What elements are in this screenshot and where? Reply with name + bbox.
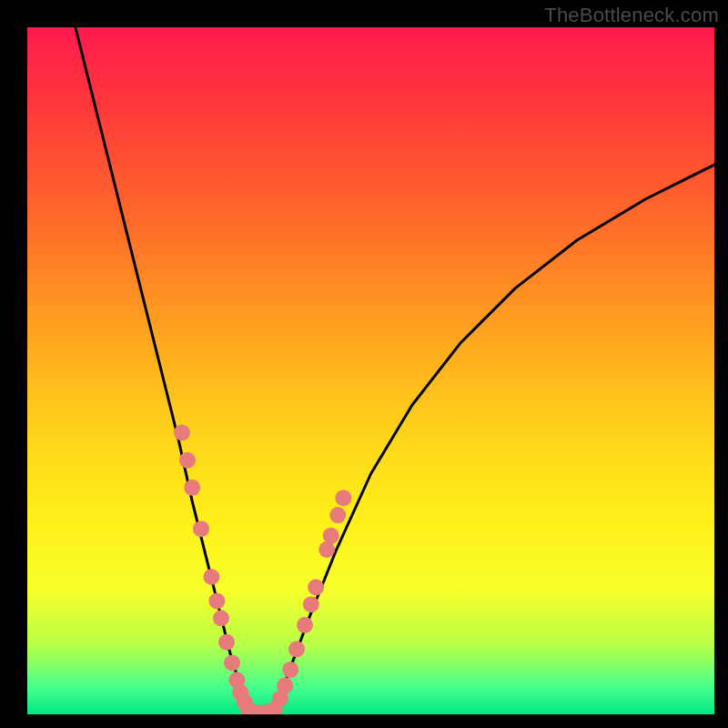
watermark-text: TheBottleneck.com [544, 4, 719, 27]
data-marker [224, 654, 240, 671]
plot-area [27, 27, 714, 714]
data-marker [308, 579, 324, 595]
data-marker [282, 662, 298, 678]
chart-stage: TheBottleneck.com [0, 0, 728, 728]
data-marker [213, 610, 229, 626]
data-marker [208, 592, 225, 609]
data-marker [303, 596, 319, 612]
data-marker [184, 480, 200, 496]
data-marker [193, 521, 209, 537]
data-marker [277, 677, 293, 693]
data-marker [329, 507, 346, 523]
data-marker [335, 490, 351, 506]
curve-group [76, 27, 714, 714]
data-marker [323, 528, 339, 544]
data-marker [288, 641, 305, 657]
marker-group [174, 424, 351, 714]
data-marker [174, 424, 190, 440]
data-marker [179, 452, 196, 469]
data-marker [218, 634, 235, 651]
chart-svg [27, 27, 714, 714]
series-curve-right [275, 165, 714, 714]
data-marker [297, 617, 313, 633]
data-marker [203, 569, 219, 585]
